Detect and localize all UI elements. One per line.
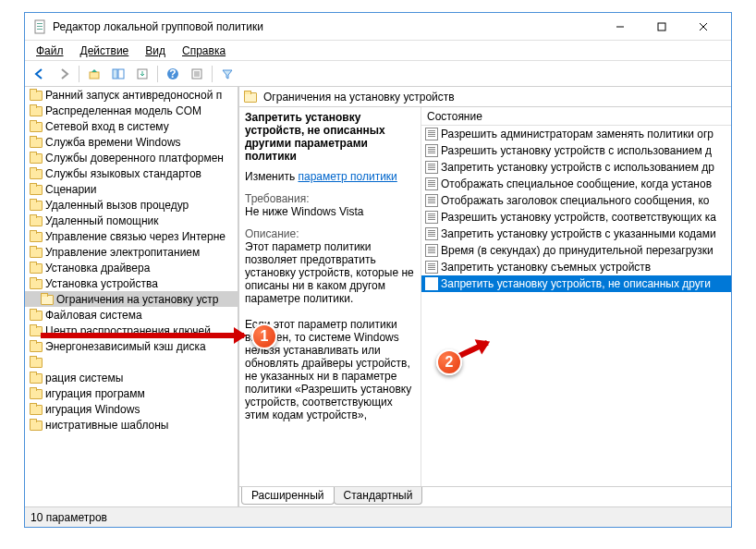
tree-item[interactable]: Службы доверенного платформен bbox=[25, 150, 238, 165]
policy-item-label: Время (в секундах) до принудительной пер… bbox=[441, 244, 713, 257]
tab-standard[interactable]: Стандартный bbox=[334, 487, 423, 505]
tree-item[interactable]: Удаленный помощник bbox=[25, 213, 238, 228]
policy-icon bbox=[425, 194, 438, 207]
policy-item-label: Отображать заголовок специального сообще… bbox=[441, 194, 710, 207]
tree-item[interactable]: Сетевой вход в систему bbox=[25, 118, 238, 134]
tree-item-label: Управление электропитанием bbox=[45, 246, 200, 259]
up-button[interactable] bbox=[83, 64, 105, 84]
annotation-badge-2: 2 bbox=[436, 349, 462, 375]
policy-item[interactable]: Время (в секундах) до принудительной пер… bbox=[421, 242, 731, 259]
folder-icon bbox=[29, 167, 43, 180]
policy-icon bbox=[425, 244, 438, 257]
view-tabs: Расширенный Стандартный bbox=[239, 486, 731, 506]
folder-icon bbox=[29, 230, 43, 243]
policy-item[interactable]: Запретить установку устройств с использо… bbox=[421, 159, 731, 176]
policy-icon bbox=[425, 177, 438, 190]
policy-item-label: Разрешить администраторам заменять полит… bbox=[441, 128, 713, 140]
forward-button[interactable] bbox=[53, 64, 75, 84]
filter-button[interactable] bbox=[216, 64, 238, 84]
folder-icon bbox=[29, 152, 43, 165]
tree-item-label: рация системы bbox=[45, 372, 123, 384]
properties-button[interactable] bbox=[186, 64, 208, 84]
tree-item[interactable]: Службы языковых стандартов bbox=[25, 165, 238, 181]
list-header-state[interactable]: Состояние bbox=[421, 107, 731, 126]
tree-item-label: Установка драйвера bbox=[45, 262, 150, 274]
tree-item[interactable]: Ограничения на установку устр bbox=[25, 291, 238, 307]
folder-icon bbox=[29, 356, 43, 369]
menu-action[interactable]: Действие bbox=[73, 43, 137, 59]
statusbar: 10 параметров bbox=[25, 506, 731, 527]
policy-icon bbox=[425, 161, 438, 174]
folder-icon bbox=[29, 199, 43, 212]
folder-open-icon bbox=[243, 91, 258, 104]
tab-extended[interactable]: Расширенный bbox=[241, 487, 335, 505]
policy-item[interactable]: Запретить установку устройств с указанны… bbox=[421, 226, 731, 242]
policy-item-label: Разрешить установку устройств, соответст… bbox=[441, 211, 716, 224]
svg-rect-10 bbox=[118, 69, 124, 79]
policy-item[interactable]: Отображать заголовок специального сообще… bbox=[421, 192, 731, 209]
tree-item[interactable]: нистративные шаблоны bbox=[25, 417, 238, 433]
policy-item[interactable]: Отображать специальное сообщение, когда … bbox=[421, 176, 731, 192]
change-setting-link[interactable]: параметр политики bbox=[298, 170, 396, 183]
tree-item[interactable]: Распределенная модель COM bbox=[25, 103, 238, 118]
tree-item[interactable]: Сценарии bbox=[25, 181, 238, 197]
tree-item-label: Управление связью через Интерне bbox=[45, 230, 226, 243]
export-button[interactable] bbox=[131, 64, 153, 84]
tree-item-label: Сценарии bbox=[45, 183, 96, 196]
tree-item-label: Сетевой вход в систему bbox=[45, 120, 169, 133]
tree-item-label: Энергонезависимый кэш диска bbox=[45, 340, 206, 353]
tree-item[interactable]: Установка устройства bbox=[25, 275, 238, 291]
tree-item[interactable]: Энергонезависимый кэш диска bbox=[25, 338, 238, 354]
policy-list[interactable]: Разрешить администраторам заменять полит… bbox=[421, 126, 731, 292]
tree-item-label: Установка устройства bbox=[45, 277, 158, 290]
maximize-button[interactable] bbox=[640, 14, 682, 40]
tree-item-label: Файловая система bbox=[45, 309, 142, 322]
svg-text:?: ? bbox=[169, 67, 176, 80]
tree-item-label: Удаленный вызов процедур bbox=[45, 199, 189, 212]
policy-item[interactable]: Разрешить установку устройств с использо… bbox=[421, 142, 731, 159]
menu-help[interactable]: Справка bbox=[175, 43, 233, 59]
tree-item[interactable]: Служба времени Windows bbox=[25, 134, 238, 150]
status-text: 10 параметров bbox=[30, 511, 107, 524]
policy-item[interactable]: Запретить установку съемных устройств bbox=[421, 259, 731, 275]
tree-item[interactable]: рация системы bbox=[25, 370, 238, 385]
folder-icon bbox=[29, 120, 43, 133]
folder-icon bbox=[29, 214, 43, 227]
folder-icon bbox=[29, 277, 43, 290]
policy-item-label: Отображать специальное сообщение, когда … bbox=[441, 177, 712, 190]
tree-item[interactable]: игурация программ bbox=[25, 385, 238, 401]
tree-item[interactable]: Управление связью через Интерне bbox=[25, 228, 238, 244]
svg-rect-8 bbox=[90, 72, 99, 79]
policy-item[interactable]: Разрешить администраторам заменять полит… bbox=[421, 126, 731, 142]
change-setting-row: Изменить параметр политики bbox=[245, 170, 415, 183]
svg-rect-2 bbox=[37, 26, 43, 27]
close-button[interactable] bbox=[682, 14, 724, 40]
menu-view[interactable]: Вид bbox=[138, 43, 173, 59]
policy-item[interactable]: Запретить установку устройств, не описан… bbox=[421, 275, 731, 292]
minimize-button[interactable] bbox=[599, 14, 640, 40]
tree-item[interactable]: Файловая система bbox=[25, 307, 238, 323]
tree-item-label: Удаленный помощник bbox=[45, 214, 159, 227]
menu-file[interactable]: Файл bbox=[29, 43, 71, 59]
help-button[interactable]: ? bbox=[162, 64, 184, 84]
tree-panel[interactable]: Ранний запуск антивредоносной пРаспредел… bbox=[25, 87, 239, 506]
policy-icon bbox=[425, 227, 438, 240]
folder-icon bbox=[29, 183, 43, 196]
policy-icon bbox=[425, 211, 438, 224]
tree-item[interactable]: Установка драйвера bbox=[25, 260, 238, 275]
show-hide-tree-button[interactable] bbox=[107, 64, 129, 84]
policy-item-label: Запретить установку устройств с использо… bbox=[441, 161, 714, 174]
tree-item[interactable]: игурация Windows bbox=[25, 401, 238, 417]
folder-icon bbox=[29, 246, 43, 259]
tree-item[interactable]: Управление электропитанием bbox=[25, 244, 238, 260]
tree-item[interactable] bbox=[25, 354, 238, 370]
policy-item-label: Запретить установку устройств, не описан… bbox=[441, 277, 711, 290]
back-button[interactable] bbox=[29, 64, 51, 84]
tree-item-label: Службы языковых стандартов bbox=[45, 167, 201, 180]
tree-item-label: нистративные шаблоны bbox=[45, 419, 168, 432]
menubar: Файл Действие Вид Справка bbox=[25, 41, 731, 61]
tree-item[interactable]: Удаленный вызов процедур bbox=[25, 197, 238, 213]
policy-item[interactable]: Разрешить установку устройств, соответст… bbox=[421, 209, 731, 226]
folder-icon bbox=[29, 136, 43, 149]
tree-item[interactable]: Ранний запуск антивредоносной п bbox=[25, 87, 238, 103]
